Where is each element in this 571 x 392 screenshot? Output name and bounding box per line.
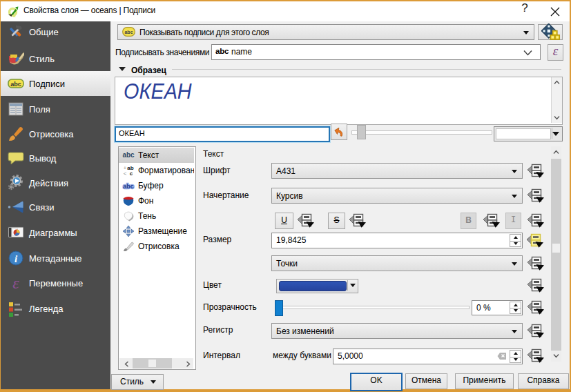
svg-text:c: c xyxy=(130,170,133,177)
svg-text:<: < xyxy=(124,170,127,177)
svg-text:abc: abc xyxy=(124,30,133,35)
svg-text:abc: abc xyxy=(122,151,135,159)
svg-text:ε: ε xyxy=(12,275,19,291)
svg-text:abc: abc xyxy=(10,81,21,88)
svg-text:abc: abc xyxy=(123,183,134,190)
